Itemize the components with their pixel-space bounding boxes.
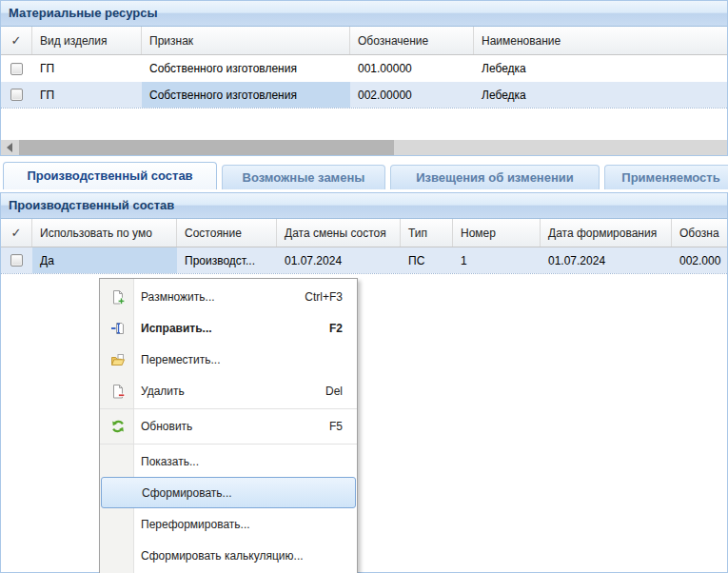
column-header[interactable]: Дата смены состоя: [277, 219, 401, 247]
scroll-left-arrow-icon: [7, 143, 12, 152]
materials-grid-header: ✓Вид изделияПризнакОбозначениеНаименован…: [1, 27, 727, 55]
tab-production-composition[interactable]: Производственный состав: [3, 162, 217, 189]
materials-h-scrollbar[interactable]: [1, 140, 727, 155]
table-cell[interactable]: 002.000: [672, 247, 727, 273]
scroll-thumb[interactable]: [19, 140, 394, 155]
row-checkbox-cell: [1, 55, 32, 82]
row-checkbox[interactable]: [10, 63, 23, 75]
application-window: Материальные ресурсы ✓Вид изделияПризнак…: [0, 0, 728, 573]
column-header[interactable]: Вид изделия: [32, 27, 142, 54]
column-header[interactable]: Состояние: [177, 219, 277, 247]
tab-possible-replacements[interactable]: Возможные замены: [222, 165, 385, 189]
menu-item-label: Переместить...: [134, 353, 343, 366]
menu-item[interactable]: Сформировать калькуляцию...: [101, 540, 356, 571]
materials-panel: Материальные ресурсы ✓Вид изделияПризнак…: [0, 0, 728, 156]
menu-item-shortcut: F5: [329, 420, 356, 433]
tab-applicability[interactable]: Применяемость: [604, 165, 728, 189]
row-checkbox[interactable]: [10, 89, 23, 101]
column-header[interactable]: Использовать по умо: [32, 219, 177, 247]
table-cell[interactable]: 1: [453, 247, 541, 273]
table-cell[interactable]: ПС: [401, 247, 453, 273]
delete-page-icon: [101, 384, 134, 399]
table-cell[interactable]: ГП: [32, 55, 142, 82]
check-column-header[interactable]: ✓: [1, 219, 32, 247]
menu-item-label: Размножить...: [134, 290, 305, 304]
composition-grid-header: ✓Использовать по умоСостояниеДата смены …: [1, 219, 727, 247]
column-header[interactable]: Признак: [142, 27, 350, 54]
composition-panel-title: Производственный состав: [1, 193, 727, 219]
menu-item[interactable]: Сформировать...: [101, 477, 356, 508]
table-cell[interactable]: Собственного изготовления: [142, 82, 350, 108]
table-cell[interactable]: Лебедка: [474, 55, 727, 82]
menu-item-label: Исправить...: [134, 322, 329, 335]
table-row[interactable]: ГПСобственного изготовления002.00000Лебе…: [1, 82, 727, 109]
row-checkbox-cell: [1, 247, 32, 273]
column-header[interactable]: Обозна: [672, 219, 727, 247]
menu-item-shortcut: Ctrl+F3: [305, 290, 356, 304]
menu-item-label: Сформировать калькуляцию...: [134, 549, 343, 563]
materials-panel-title: Материальные ресурсы: [1, 1, 727, 27]
refresh-icon: [101, 419, 134, 434]
menu-item[interactable]: Размножить...Ctrl+F3: [101, 281, 356, 312]
table-cell[interactable]: 01.07.2024: [541, 247, 672, 273]
table-cell[interactable]: ГП: [32, 82, 142, 108]
menu-item-label: Показать...: [134, 455, 343, 468]
menu-separator: [100, 408, 357, 409]
table-cell[interactable]: 01.07.2024: [277, 247, 401, 273]
menu-item-label: Переформировать...: [134, 518, 343, 531]
row-checkbox-cell: [1, 82, 32, 108]
column-header[interactable]: Дата формирования: [541, 219, 672, 247]
table-cell[interactable]: 002.00000: [350, 82, 474, 108]
table-cell[interactable]: Производст...: [177, 247, 277, 273]
menu-item[interactable]: УдалитьDel: [101, 375, 356, 406]
materials-grid-body: ГПСобственного изготовления001.00000Лебе…: [1, 55, 727, 109]
table-cell[interactable]: Собственного изготовления: [142, 55, 350, 82]
menu-item[interactable]: ОбновитьF5: [101, 410, 356, 442]
materials-grid: ✓Вид изделияПризнакОбозначениеНаименован…: [1, 27, 727, 155]
move-folder-icon: [101, 352, 134, 367]
composition-grid-body: ДаПроизводст...01.07.2024ПС101.07.202400…: [1, 247, 727, 274]
column-header[interactable]: Тип: [401, 219, 453, 247]
menu-item-shortcut: Del: [325, 385, 356, 398]
table-row[interactable]: ДаПроизводст...01.07.2024ПС101.07.202400…: [1, 247, 727, 274]
menu-item[interactable]: Исправить...F2: [101, 312, 356, 344]
menu-item[interactable]: Переформировать...: [101, 508, 356, 540]
scroll-left-button[interactable]: [1, 140, 18, 155]
context-menu: Размножить...Ctrl+F3Исправить...F2Переме…: [99, 278, 358, 573]
column-header[interactable]: Обозначение: [350, 27, 474, 54]
materials-grid-empty-area: [1, 109, 727, 140]
menu-item-label: Обновить: [134, 420, 329, 433]
column-header[interactable]: Наименование: [474, 27, 727, 54]
menu-item-label: Удалить: [134, 385, 325, 398]
row-checkbox[interactable]: [10, 254, 23, 267]
edit-rename-icon: [101, 321, 134, 336]
tab-change-notices[interactable]: Извещения об изменении: [390, 165, 600, 189]
composition-grid: ✓Использовать по умоСостояниеДата смены …: [1, 219, 727, 274]
duplicate-page-icon: [101, 289, 134, 305]
table-row[interactable]: ГПСобственного изготовления001.00000Лебе…: [1, 55, 727, 82]
menu-item[interactable]: Показать...: [101, 445, 356, 477]
menu-item[interactable]: Переместить...: [101, 344, 356, 375]
menu-item-shortcut: F2: [329, 322, 356, 335]
column-header[interactable]: Номер: [453, 219, 541, 247]
table-cell[interactable]: Да: [32, 247, 177, 273]
tab-strip: Производственный составВозможные заменыИ…: [3, 161, 728, 189]
checkmark-icon: ✓: [11, 226, 22, 240]
table-cell[interactable]: 001.00000: [350, 55, 474, 82]
menu-separator: [100, 444, 357, 445]
table-cell[interactable]: Лебедка: [474, 82, 727, 108]
checkmark-icon: ✓: [11, 33, 22, 48]
check-column-header[interactable]: ✓: [1, 27, 32, 54]
menu-item-label: Сформировать...: [135, 486, 342, 500]
